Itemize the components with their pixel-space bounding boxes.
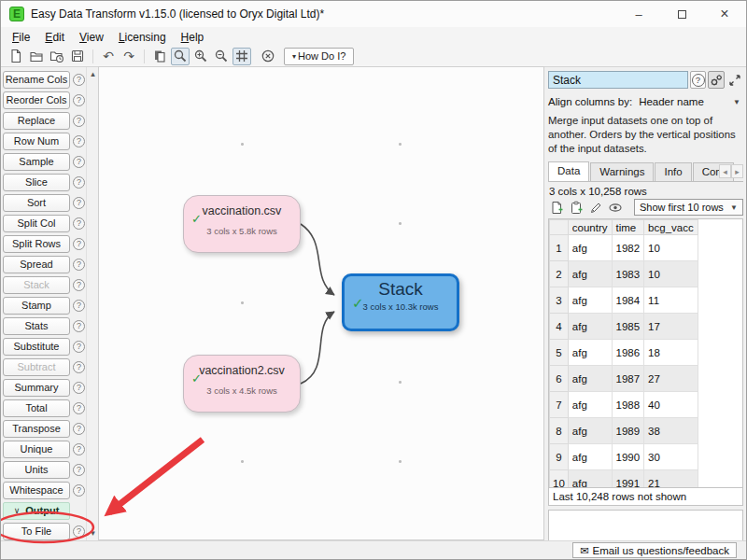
copy-data-icon[interactable] <box>548 200 565 216</box>
help-icon[interactable]: ? <box>73 279 85 291</box>
open-recent-icon[interactable] <box>48 48 66 65</box>
align-columns-select[interactable]: Header name ▼ <box>636 93 743 110</box>
output-section-header[interactable]: ∨Output <box>3 502 70 520</box>
transform-stamp[interactable]: Stamp <box>3 297 70 315</box>
help-icon[interactable]: ? <box>73 300 85 312</box>
data-table[interactable]: countrytimebcg_vacc 1afg1982102afg198310… <box>549 219 698 497</box>
menu-edit[interactable]: Edit <box>37 29 72 46</box>
data-cell[interactable]: afg <box>568 392 612 418</box>
node-vaccination-csv[interactable]: ✓ vaccination.csv 3 cols x 5.8k rows <box>183 195 301 253</box>
transform-sample[interactable]: Sample <box>3 153 70 171</box>
transform-slice[interactable]: Slice <box>3 174 70 191</box>
transform-row-num[interactable]: Row Num <box>3 133 70 150</box>
undo-icon[interactable]: ↶ <box>99 48 118 65</box>
table-row[interactable]: 7afg198840 <box>550 392 698 418</box>
close-button[interactable]: × <box>703 1 746 27</box>
row-number-cell[interactable]: 3 <box>550 287 569 314</box>
table-row[interactable]: 6afg198727 <box>550 366 698 392</box>
tab-warnings[interactable]: Warnings <box>590 162 654 181</box>
row-number-cell[interactable]: 2 <box>550 261 569 287</box>
column-header-country[interactable]: country <box>568 220 612 235</box>
row-number-cell[interactable]: 4 <box>550 314 569 340</box>
help-icon[interactable]: ? <box>73 423 85 435</box>
sidebar-scrollbar[interactable]: ▴ ▾ <box>86 67 98 540</box>
transform-split-col[interactable]: Split Col <box>3 215 70 232</box>
transform-rename-cols[interactable]: Rename Cols <box>3 71 70 89</box>
help-icon[interactable]: ? <box>73 74 85 86</box>
tab-scroll-left-icon[interactable]: ◂ <box>719 164 731 178</box>
data-cell[interactable]: 17 <box>644 314 698 340</box>
copy-icon[interactable] <box>150 48 169 65</box>
email-feedback-button[interactable]: ✉ Email us questions/feedback <box>572 542 737 558</box>
table-row[interactable]: 5afg198618 <box>550 340 698 366</box>
menu-file[interactable]: File <box>5 29 37 46</box>
zoom-out-icon[interactable] <box>212 48 231 65</box>
tab-data[interactable]: Data <box>548 161 589 181</box>
data-cell[interactable]: afg <box>568 418 612 444</box>
data-cell[interactable]: afg <box>568 314 612 340</box>
row-number-cell[interactable]: 9 <box>550 444 569 470</box>
settings-gear-icon[interactable] <box>708 71 725 89</box>
node-vaccination2-csv[interactable]: ✓ vaccination2.csv 3 cols x 4.5k rows <box>183 355 301 413</box>
data-cell[interactable]: 10 <box>644 261 698 287</box>
help-icon[interactable]: ? <box>73 402 85 414</box>
data-cell[interactable]: 1984 <box>612 287 644 314</box>
help-icon[interactable]: ? <box>73 176 85 189</box>
row-number-cell[interactable]: 5 <box>550 340 569 366</box>
paste-data-icon[interactable] <box>568 200 585 216</box>
transform-sort[interactable]: Sort <box>3 194 70 212</box>
zoom-in-icon[interactable] <box>191 48 210 65</box>
help-icon[interactable]: ? <box>73 94 85 106</box>
transform-substitute[interactable]: Substitute <box>3 338 70 356</box>
maximize-button[interactable] <box>660 1 703 27</box>
node-name-input[interactable] <box>548 71 688 89</box>
transform-whitespace[interactable]: Whitespace <box>3 482 70 499</box>
help-icon[interactable]: ? <box>73 115 85 127</box>
transform-summary[interactable]: Summary <box>3 379 70 397</box>
help-icon[interactable]: ? <box>690 71 706 89</box>
transform-reorder-cols[interactable]: Reorder Cols <box>3 91 70 109</box>
help-icon[interactable]: ? <box>73 156 85 168</box>
transform-stats[interactable]: Stats <box>3 317 70 335</box>
table-row[interactable]: 9afg199030 <box>550 444 698 470</box>
preview-eye-icon[interactable] <box>607 200 624 216</box>
data-cell[interactable]: 1989 <box>612 418 644 444</box>
redo-icon[interactable]: ↷ <box>120 48 138 65</box>
data-cell[interactable]: 1982 <box>612 235 644 261</box>
data-cell[interactable]: 11 <box>644 287 698 314</box>
help-icon[interactable]: ? <box>73 197 85 209</box>
flow-canvas[interactable]: ✓ vaccination.csv 3 cols x 5.8k rows ✓ v… <box>98 66 544 540</box>
row-number-cell[interactable]: 6 <box>550 366 569 392</box>
zoom-tool-icon[interactable] <box>171 48 190 65</box>
column-header-time[interactable]: time <box>612 220 644 235</box>
snap-grid-icon[interactable] <box>233 48 251 65</box>
data-cell[interactable]: 1986 <box>612 340 644 366</box>
table-row[interactable]: 8afg198938 <box>550 418 698 444</box>
help-icon[interactable]: ? <box>73 135 85 147</box>
table-row[interactable]: 3afg198411 <box>550 287 698 314</box>
how-do-i-button[interactable]: ▾ How Do I? <box>284 48 354 65</box>
help-icon[interactable]: ? <box>73 259 85 271</box>
show-rows-select[interactable]: Show first 10 rows ▼ <box>634 199 743 216</box>
transform-transpose[interactable]: Transpose <box>3 420 70 438</box>
help-icon[interactable]: ? <box>73 464 85 476</box>
menu-view[interactable]: View <box>72 29 111 46</box>
output-to-file-button[interactable]: To File <box>3 523 70 540</box>
transform-spread[interactable]: Spread <box>3 256 70 273</box>
transform-units[interactable]: Units <box>3 461 70 479</box>
data-cell[interactable]: 30 <box>644 444 698 470</box>
row-number-cell[interactable]: 7 <box>550 392 569 418</box>
table-row[interactable]: 2afg198310 <box>550 261 698 287</box>
tab-scroll-right-icon[interactable]: ▸ <box>731 164 743 178</box>
data-cell[interactable]: 1987 <box>612 366 644 392</box>
row-number-cell[interactable]: 1 <box>550 235 569 261</box>
help-icon[interactable]: ? <box>73 217 85 230</box>
data-cell[interactable]: 1983 <box>612 261 644 287</box>
menu-licensing[interactable]: Licensing <box>111 29 174 46</box>
node-stack-selected[interactable]: ✓ Stack 3 cols x 10.3k rows <box>342 273 459 331</box>
help-icon[interactable]: ? <box>73 238 85 250</box>
remove-item-icon[interactable] <box>259 48 277 65</box>
help-icon[interactable]: ? <box>73 341 85 353</box>
transform-replace[interactable]: Replace <box>3 112 70 130</box>
help-icon[interactable]: ? <box>73 320 85 332</box>
